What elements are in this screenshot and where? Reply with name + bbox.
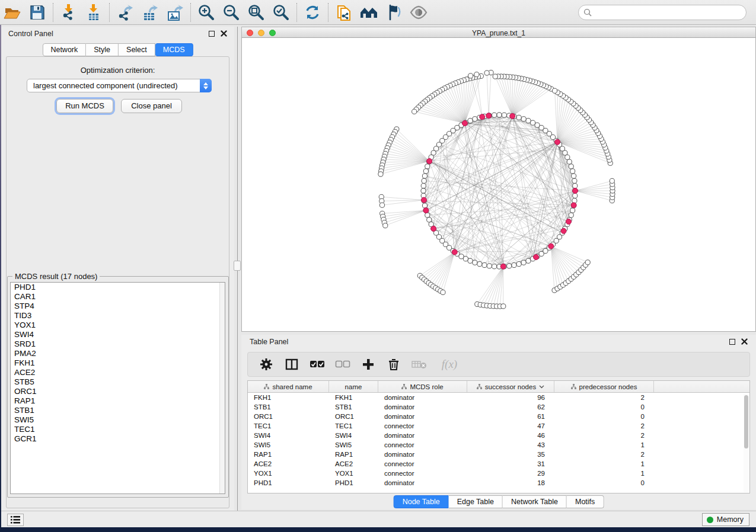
network-node[interactable] xyxy=(516,262,521,267)
mcds-result-item[interactable]: SRD1 xyxy=(11,339,225,349)
mcds-network-node[interactable] xyxy=(510,113,515,118)
run-mcds-button[interactable]: Run MCDS xyxy=(56,99,113,113)
network-view[interactable] xyxy=(241,38,756,332)
network-node[interactable] xyxy=(468,118,473,123)
mcds-network-node[interactable] xyxy=(534,254,539,259)
new-network-from-selection-button[interactable] xyxy=(331,1,356,24)
table-row[interactable]: ORC1ORC1dominator610 xyxy=(248,412,749,421)
mcds-result-item[interactable]: TID3 xyxy=(11,311,225,321)
tab-motifs[interactable]: Motifs xyxy=(567,495,604,508)
mcds-result-item[interactable]: PHD1 xyxy=(11,283,225,292)
mcds-network-node[interactable] xyxy=(486,113,492,118)
import-table-button[interactable] xyxy=(81,1,106,24)
mcds-result-item[interactable]: ACE2 xyxy=(11,368,225,377)
table-row[interactable]: ACE2ACE2connector311 xyxy=(248,459,749,469)
mcds-network-node[interactable] xyxy=(561,228,566,233)
network-node[interactable] xyxy=(482,262,487,267)
mcds-result-item[interactable]: FKH1 xyxy=(11,358,225,368)
toggle-columns-button[interactable] xyxy=(284,357,299,372)
table-row[interactable]: FKH1FKH1dominator962 xyxy=(248,393,749,402)
network-node[interactable] xyxy=(502,113,506,117)
mcds-network-node[interactable] xyxy=(431,226,436,232)
mcds-result-item[interactable]: GCR1 xyxy=(11,434,225,444)
mcds-network-node[interactable] xyxy=(452,249,457,255)
mcds-network-node[interactable] xyxy=(566,219,571,225)
close-panel-button[interactable]: Close panel xyxy=(121,99,182,113)
table-settings-button[interactable] xyxy=(259,357,274,372)
network-node[interactable] xyxy=(573,193,578,198)
network-node[interactable] xyxy=(477,262,482,267)
network-node[interactable] xyxy=(441,290,445,294)
deselect-all-button[interactable] xyxy=(335,357,350,372)
network-node[interactable] xyxy=(473,117,477,121)
network-node[interactable] xyxy=(378,172,383,177)
search-box[interactable] xyxy=(578,5,747,20)
export-table-button[interactable] xyxy=(138,1,162,24)
network-node[interactable] xyxy=(573,184,578,188)
column-header-name[interactable]: name xyxy=(329,381,378,392)
network-node[interactable] xyxy=(421,184,426,188)
network-node[interactable] xyxy=(422,203,427,208)
select-all-button[interactable] xyxy=(310,357,325,372)
mcds-result-item[interactable]: YOX1 xyxy=(11,321,225,330)
mcds-network-node[interactable] xyxy=(500,264,506,269)
zoom-out-button[interactable] xyxy=(219,1,244,24)
network-node[interactable] xyxy=(492,113,497,117)
table-row[interactable]: TEC1TEC1connector472 xyxy=(248,421,749,431)
zoom-fit-button[interactable] xyxy=(244,1,269,24)
network-node[interactable] xyxy=(570,208,575,213)
network-node[interactable] xyxy=(425,213,430,217)
zoom-selected-button[interactable] xyxy=(269,1,294,24)
network-node[interactable] xyxy=(423,169,428,174)
criterion-dropdown[interactable]: largest connected component (undirected) xyxy=(27,79,212,92)
network-node[interactable] xyxy=(569,164,573,169)
flag-button[interactable] xyxy=(381,1,406,24)
network-node[interactable] xyxy=(565,155,570,159)
network-node[interactable] xyxy=(571,174,576,178)
memory-button[interactable]: Memory xyxy=(702,513,749,526)
tab-mcds[interactable]: MCDS xyxy=(155,43,193,56)
mcds-network-node[interactable] xyxy=(427,158,432,164)
network-node[interactable] xyxy=(531,120,535,125)
add-entry-button[interactable] xyxy=(361,357,376,372)
tab-network[interactable]: Network xyxy=(42,43,86,56)
network-node[interactable] xyxy=(570,169,575,174)
mcds-result-item[interactable]: PMA2 xyxy=(11,349,225,358)
eye-button[interactable] xyxy=(406,1,431,24)
network-node[interactable] xyxy=(572,198,577,203)
splitter-grip[interactable] xyxy=(234,261,241,271)
first-neighbors-button[interactable] xyxy=(356,1,381,24)
network-node[interactable] xyxy=(497,113,502,117)
network-node[interactable] xyxy=(585,260,590,265)
network-node[interactable] xyxy=(512,262,516,267)
network-node[interactable] xyxy=(487,264,492,268)
mcds-result-item[interactable]: SWI4 xyxy=(11,330,225,339)
network-node[interactable] xyxy=(501,304,506,309)
mcds-result-item[interactable]: STP4 xyxy=(11,302,225,311)
network-node[interactable] xyxy=(379,203,384,207)
table-row[interactable]: SWI4SWI4dominator462 xyxy=(248,431,749,440)
table-row[interactable]: SWI5SWI5connector431 xyxy=(248,440,749,450)
mcds-result-item[interactable]: ORC1 xyxy=(11,387,225,396)
column-header-shared-name[interactable]: shared name xyxy=(248,381,329,392)
mcds-network-node[interactable] xyxy=(480,114,485,120)
export-network-button[interactable] xyxy=(113,1,138,24)
network-node[interactable] xyxy=(535,123,540,127)
network-node[interactable] xyxy=(567,159,572,164)
network-node[interactable] xyxy=(473,260,477,265)
network-node[interactable] xyxy=(468,258,473,263)
function-builder-button[interactable]: f(x) xyxy=(437,357,462,372)
mcds-network-node[interactable] xyxy=(548,243,554,249)
delete-entry-button[interactable] xyxy=(386,357,401,372)
float-panel-icon[interactable] xyxy=(209,31,215,37)
mcds-result-item[interactable]: CAR1 xyxy=(11,292,225,302)
network-node[interactable] xyxy=(526,258,531,263)
mcds-network-node[interactable] xyxy=(571,203,576,208)
mcds-network-node[interactable] xyxy=(423,208,429,213)
open-file-button[interactable] xyxy=(0,1,25,24)
network-node[interactable] xyxy=(507,264,512,268)
tab-network-table[interactable]: Network Table xyxy=(503,495,567,508)
delete-table-button[interactable] xyxy=(412,357,427,372)
save-session-button[interactable] xyxy=(25,1,50,24)
tab-edge-table[interactable]: Edge Table xyxy=(449,495,503,508)
